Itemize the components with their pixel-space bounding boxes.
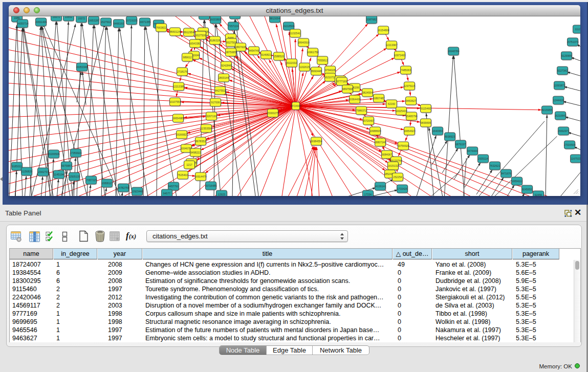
svg-text:16914479: 16914479 — [194, 175, 206, 178]
svg-text:2087682: 2087682 — [366, 18, 377, 21]
svg-text:8912954: 8912954 — [184, 31, 194, 34]
svg-text:1217: 1217 — [186, 163, 192, 166]
svg-text:15495796: 15495796 — [405, 115, 417, 118]
svg-text:92456: 92456 — [535, 193, 542, 196]
svg-text:10807487: 10807487 — [373, 97, 384, 100]
svg-text:6466160: 6466160 — [114, 22, 124, 25]
svg-text:9146821: 9146821 — [261, 53, 271, 56]
svg-text:1145194: 1145194 — [54, 173, 64, 176]
svg-text:7955812: 7955812 — [317, 59, 328, 62]
svg-text:10973493: 10973493 — [394, 54, 405, 57]
svg-text:7663822: 7663822 — [156, 26, 166, 29]
svg-text:16543382: 16543382 — [189, 42, 201, 45]
svg-text:8660124: 8660124 — [170, 30, 180, 33]
svg-text:6322032: 6322032 — [287, 61, 297, 64]
svg-text:9129966: 9129966 — [561, 54, 572, 57]
svg-text:18640910: 18640910 — [297, 41, 309, 44]
svg-text:6897568: 6897568 — [342, 87, 353, 91]
svg-text:10107554: 10107554 — [169, 100, 181, 103]
svg-text:3875685: 3875685 — [226, 51, 236, 54]
svg-text:19384554: 19384554 — [310, 140, 322, 143]
svg-text:19218506: 19218506 — [282, 25, 294, 28]
svg-text:15720407: 15720407 — [362, 119, 374, 122]
svg-text:17334: 17334 — [364, 193, 372, 196]
svg-text:7357224: 7357224 — [228, 25, 238, 28]
svg-text:16210722: 16210722 — [324, 76, 336, 79]
svg-text:1167533: 1167533 — [571, 157, 580, 160]
svg-text:252254: 252254 — [393, 176, 402, 179]
svg-text:19371: 19371 — [53, 16, 60, 18]
svg-text:17957225: 17957225 — [85, 179, 97, 182]
svg-text:12505135: 12505135 — [68, 175, 80, 178]
svg-text:917006: 917006 — [211, 101, 220, 104]
svg-text:17016504: 17016504 — [563, 143, 575, 146]
svg-text:2803144: 2803144 — [219, 76, 229, 79]
svg-text:20691406: 20691406 — [35, 20, 47, 24]
svg-text:10958127: 10958127 — [101, 182, 113, 185]
svg-text:10688609: 10688609 — [369, 129, 381, 133]
svg-text:12093872: 12093872 — [553, 84, 565, 87]
svg-text:9777169: 9777169 — [337, 80, 347, 83]
svg-text:3824554: 3824554 — [362, 91, 373, 94]
svg-text:2867608: 2867608 — [235, 46, 246, 49]
svg-text:10653287: 10653287 — [88, 19, 99, 22]
svg-text:1527602: 1527602 — [101, 20, 111, 24]
svg-text:1162615: 1162615 — [299, 65, 310, 69]
svg-text:9327506: 9327506 — [195, 34, 206, 37]
svg-text:2935114: 2935114 — [478, 157, 488, 160]
svg-text:9185011: 9185011 — [12, 165, 22, 168]
svg-text:19654985: 19654985 — [172, 117, 184, 120]
svg-text:8215955: 8215955 — [542, 108, 552, 112]
svg-text:8471676: 8471676 — [501, 172, 511, 175]
svg-text:9699695: 9699695 — [421, 121, 431, 124]
svg-text:1244419: 1244419 — [553, 99, 563, 102]
svg-text:9975887: 9975887 — [61, 164, 72, 167]
svg-text:16033809: 16033809 — [209, 18, 221, 21]
svg-text:104417: 104417 — [200, 16, 208, 17]
svg-text:19756928: 19756928 — [397, 144, 409, 147]
svg-text:20364436: 20364436 — [349, 98, 360, 101]
svg-text:1733426: 1733426 — [397, 187, 407, 190]
svg-text:16154808: 16154808 — [377, 29, 389, 32]
svg-text:16961758: 16961758 — [307, 51, 318, 54]
svg-text:10719155: 10719155 — [125, 19, 137, 22]
svg-text:16782759: 16782759 — [117, 186, 129, 189]
svg-text:8454749: 8454749 — [249, 49, 259, 52]
svg-text:15692971: 15692971 — [557, 129, 569, 133]
svg-text:9245652: 9245652 — [522, 188, 532, 191]
svg-text:12923448: 12923448 — [131, 190, 143, 193]
svg-text:16648784: 16648784 — [447, 50, 459, 53]
svg-text:12353594: 12353594 — [200, 127, 212, 130]
svg-text:1132541: 1132541 — [290, 32, 300, 35]
svg-text:18724007: 18724007 — [290, 104, 301, 107]
svg-text:8427552: 8427552 — [215, 89, 225, 92]
svg-text:1615132: 1615132 — [388, 164, 398, 167]
svg-text:11125: 11125 — [575, 28, 580, 31]
svg-text:14055714: 14055714 — [16, 22, 28, 25]
svg-text:15751074: 15751074 — [567, 40, 578, 43]
svg-text:19166827: 19166827 — [176, 133, 187, 136]
svg-text:19654923: 19654923 — [403, 129, 415, 133]
svg-text:8938923: 8938923 — [445, 135, 455, 138]
svg-text:16210643: 16210643 — [554, 114, 566, 117]
svg-text:11156829: 11156829 — [21, 170, 32, 173]
svg-text:10653: 10653 — [65, 16, 73, 18]
svg-text:9115460: 9115460 — [421, 107, 431, 110]
svg-text:19372: 19372 — [78, 17, 85, 20]
svg-text:20206506: 20206506 — [48, 152, 59, 156]
svg-text:94577: 94577 — [163, 192, 171, 195]
svg-text:15300275: 15300275 — [267, 112, 278, 115]
svg-text:8186328: 8186328 — [210, 39, 220, 42]
svg-text:62160: 62160 — [388, 102, 396, 105]
svg-text:12975115: 12975115 — [404, 84, 416, 87]
svg-text:18807249: 18807249 — [374, 141, 386, 144]
svg-text:9794028: 9794028 — [325, 69, 335, 72]
svg-text:9327508: 9327508 — [226, 41, 236, 44]
svg-text:6879197: 6879197 — [455, 143, 466, 146]
svg-text:7625402: 7625402 — [178, 173, 188, 177]
svg-text:10654112: 10654112 — [511, 180, 523, 183]
svg-text:1986: 1986 — [14, 16, 20, 19]
svg-text:16671355: 16671355 — [139, 20, 150, 24]
svg-text:20053346: 20053346 — [76, 65, 88, 69]
svg-text:12942737: 12942737 — [37, 170, 49, 173]
